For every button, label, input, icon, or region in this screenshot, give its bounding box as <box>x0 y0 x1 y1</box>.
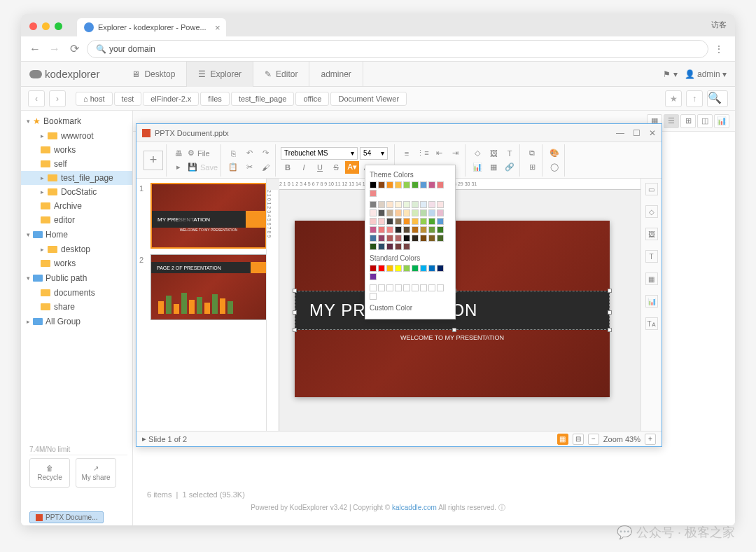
color-swatch[interactable] <box>370 243 377 250</box>
color-swatch[interactable] <box>370 209 377 216</box>
color-swatch[interactable] <box>395 265 402 272</box>
color-swatch[interactable] <box>403 209 410 216</box>
color-swatch[interactable] <box>403 284 410 291</box>
tab-close-icon[interactable]: × <box>215 22 220 33</box>
custom-color-button[interactable]: Custom Color <box>370 304 451 312</box>
color-swatch[interactable] <box>370 273 377 280</box>
copy-button[interactable]: ⎘ <box>226 147 240 160</box>
tree-item[interactable]: ▸wwwroot <box>21 129 132 143</box>
color-swatch[interactable] <box>428 284 435 291</box>
app-logo[interactable]: kodexplorer <box>29 68 99 80</box>
color-swatch[interactable] <box>420 218 427 225</box>
recycle-button[interactable]: 🗑Recycle <box>29 458 70 488</box>
numbers-button[interactable]: ⋮≡ <box>416 147 430 160</box>
browser-tab[interactable]: Explorer - kodexplorer - Powe... × <box>77 18 226 36</box>
color-swatch[interactable] <box>386 284 393 291</box>
file-menu[interactable]: ⚙ File <box>188 149 210 158</box>
fill-button[interactable]: 🎨 <box>547 147 561 160</box>
color-swatch[interactable] <box>403 265 410 272</box>
color-swatch[interactable] <box>378 201 385 208</box>
bc-item[interactable]: test <box>114 92 142 106</box>
subtitle-text[interactable]: WELCOME TO MY PRESENTATION <box>295 334 610 341</box>
color-swatch[interactable] <box>403 201 410 208</box>
tree-bookmark[interactable]: ▾★Bookmark <box>21 113 132 129</box>
color-swatch[interactable] <box>437 235 444 242</box>
tree-item[interactable]: works <box>21 256 132 270</box>
link-button[interactable]: 🔗 <box>503 161 517 174</box>
tree-item[interactable]: works <box>21 143 132 157</box>
tree-allgroup[interactable]: ▸All Group <box>21 314 132 329</box>
nav-adminer[interactable]: adminer <box>309 62 363 87</box>
color-swatch[interactable] <box>428 218 435 225</box>
align-obj-button[interactable]: ⊞ <box>525 161 539 174</box>
color-swatch[interactable] <box>437 201 444 208</box>
view-chart-button[interactable]: 📊 <box>714 114 729 128</box>
text-button[interactable]: T <box>503 147 517 160</box>
color-swatch[interactable] <box>412 265 419 272</box>
taskbar-item[interactable]: PPTX Docume... <box>29 511 104 523</box>
flag-icon[interactable]: ⚑ ▾ <box>663 69 677 79</box>
tree-item[interactable]: ▸desktop <box>21 242 132 256</box>
slide-thumb-2[interactable]: 2 PAGE 2 OF PRESENTATION <box>141 254 262 320</box>
color-swatch[interactable] <box>412 284 419 291</box>
table-button[interactable]: ▦ <box>486 161 500 174</box>
color-swatch[interactable] <box>378 209 385 216</box>
color-swatch[interactable] <box>386 218 393 225</box>
stroke-button[interactable]: ◯ <box>547 161 561 174</box>
color-swatch[interactable] <box>403 243 410 250</box>
insert-button[interactable]: + <box>144 151 163 170</box>
bullets-button[interactable]: ≡ <box>400 147 414 160</box>
zoom-in-button[interactable]: + <box>645 434 656 445</box>
back-button[interactable]: ← <box>28 42 42 56</box>
color-swatch[interactable] <box>386 235 393 242</box>
color-swatch[interactable] <box>412 201 419 208</box>
color-swatch[interactable] <box>370 265 377 272</box>
color-swatch[interactable] <box>395 201 402 208</box>
color-swatch[interactable] <box>420 235 427 242</box>
color-swatch[interactable] <box>370 284 377 291</box>
tree-item[interactable]: documents <box>21 286 132 300</box>
color-swatch[interactable] <box>412 209 419 216</box>
color-swatch[interactable] <box>378 243 385 250</box>
color-swatch[interactable] <box>395 226 402 233</box>
maximize-icon[interactable] <box>55 22 62 30</box>
color-swatch[interactable] <box>378 265 385 272</box>
rp-textart-button[interactable]: Tᴀ <box>645 317 658 330</box>
indent-inc-button[interactable]: ⇥ <box>448 147 462 160</box>
minimize-button[interactable]: — <box>616 128 624 138</box>
color-swatch[interactable] <box>370 201 377 208</box>
nav-editor[interactable]: ✎ Editor <box>253 62 309 87</box>
color-swatch[interactable] <box>420 201 427 208</box>
color-swatch[interactable] <box>420 284 427 291</box>
color-swatch[interactable] <box>370 226 377 233</box>
color-swatch[interactable] <box>395 181 402 188</box>
color-swatch[interactable] <box>428 201 435 208</box>
view-fit-button[interactable]: ⊟ <box>573 434 584 445</box>
color-swatch[interactable] <box>403 181 410 188</box>
arrange-button[interactable]: ⧉ <box>525 147 539 160</box>
close-button[interactable]: ✕ <box>649 128 656 138</box>
font-select[interactable]: Trebuchet MS▾ <box>281 147 358 160</box>
shape-button[interactable]: ◇ <box>470 147 484 160</box>
color-swatch[interactable] <box>403 235 410 242</box>
color-swatch[interactable] <box>395 218 402 225</box>
color-swatch[interactable] <box>428 181 435 188</box>
color-swatch[interactable] <box>412 226 419 233</box>
color-swatch[interactable] <box>437 284 444 291</box>
color-swatch[interactable] <box>428 226 435 233</box>
color-swatch[interactable] <box>420 209 427 216</box>
reload-button[interactable]: ⟳ <box>67 42 81 56</box>
color-swatch[interactable] <box>386 209 393 216</box>
menu-button[interactable]: ⋮ <box>714 43 728 55</box>
color-swatch[interactable] <box>395 284 402 291</box>
color-swatch[interactable] <box>378 235 385 242</box>
view-detail-button[interactable]: ⊞ <box>680 114 696 128</box>
chart-button[interactable]: 📊 <box>470 161 484 174</box>
minimize-icon[interactable] <box>42 22 50 30</box>
color-swatch[interactable] <box>370 190 377 197</box>
tree-public[interactable]: ▾Public path <box>21 270 132 286</box>
myshare-button[interactable]: ↗My share <box>76 458 116 488</box>
color-swatch[interactable] <box>386 201 393 208</box>
bc-back-button[interactable]: ‹ <box>28 90 45 107</box>
bc-home[interactable]: ⌂ host <box>76 92 113 106</box>
